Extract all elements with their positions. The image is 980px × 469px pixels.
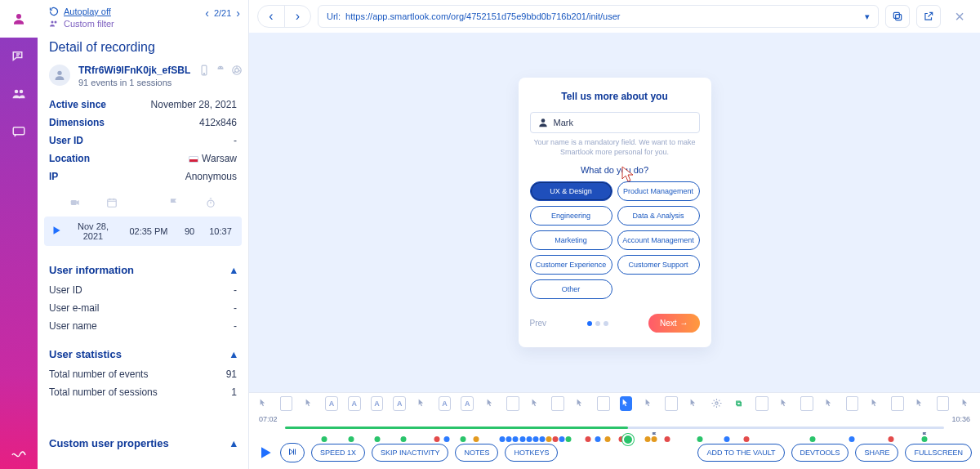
skip-inactivity-button[interactable]: SKIP INACTIVITY (372, 444, 448, 462)
hotkeys-button[interactable]: HOTKEYS (505, 444, 558, 462)
share-button[interactable]: SHARE (855, 444, 898, 462)
skip-next-button[interactable] (280, 443, 305, 462)
event-click-icon[interactable] (959, 396, 972, 411)
event-box-icon[interactable] (755, 396, 768, 411)
section-custom-props[interactable]: Custom user properties▴ (38, 424, 248, 454)
event-click-icon[interactable] (823, 396, 836, 411)
pager: ‹ 2/21 › (205, 7, 240, 20)
event-box-icon[interactable] (551, 396, 564, 411)
svg-point-19 (715, 402, 718, 404)
next-button[interactable]: Next→ (648, 314, 700, 333)
role-option[interactable]: Customer Support (617, 255, 700, 275)
svg-point-6 (57, 71, 61, 75)
progress-dots (587, 321, 608, 326)
user-sub: 91 events in 1 sessions (78, 78, 190, 87)
event-box-icon[interactable] (937, 396, 950, 411)
event-box-icon[interactable] (800, 396, 813, 411)
svg-rect-3 (13, 127, 24, 135)
event-box-icon[interactable] (280, 396, 293, 411)
event-text-icon[interactable]: A (371, 396, 384, 411)
role-option[interactable]: Engineering (530, 206, 612, 226)
event-click-icon[interactable] (483, 396, 497, 411)
svg-point-8 (204, 74, 205, 74)
cursor-icon (621, 166, 635, 182)
rail-chat-icon[interactable] (0, 38, 38, 75)
prev-button[interactable]: Prev (530, 319, 547, 328)
stat-row: Total number of sessions1 (38, 383, 248, 401)
role-option[interactable]: Data & Analysis (617, 206, 700, 226)
devtools-button[interactable]: DEVTOOLS (791, 444, 849, 462)
svg-point-18 (541, 118, 545, 123)
pager-prev[interactable]: ‹ (205, 7, 209, 20)
recording-play-icon[interactable] (51, 225, 62, 238)
role-option[interactable]: Product Management (617, 181, 700, 201)
svg-point-10 (221, 67, 222, 68)
event-click-icon[interactable] (868, 396, 881, 411)
event-box-icon[interactable] (597, 396, 610, 411)
rail-people-icon[interactable] (0, 75, 38, 113)
svg-point-5 (55, 21, 57, 24)
event-click-icon[interactable] (574, 396, 587, 411)
stat-row: Total number of events91 (38, 365, 248, 383)
play-button[interactable] (257, 444, 274, 461)
event-click-icon[interactable] (642, 396, 655, 411)
rec-calendar-icon (106, 197, 118, 212)
close-button[interactable]: × (947, 5, 972, 28)
device-phone-icon (198, 65, 210, 79)
event-box-icon[interactable] (506, 396, 519, 411)
pager-next[interactable]: › (236, 7, 240, 20)
url-dropdown-icon[interactable]: ▾ (865, 11, 870, 22)
svg-point-2 (20, 90, 24, 94)
timeline[interactable]: 07:02 10:36 (249, 413, 980, 438)
svg-rect-16 (896, 15, 902, 20)
rail-user-icon[interactable] (0, 0, 38, 38)
device-chrome-icon (231, 65, 243, 79)
event-click-icon[interactable] (688, 396, 701, 411)
event-text-icon[interactable]: A (393, 396, 406, 411)
event-text-icon[interactable]: A (325, 396, 338, 411)
event-click-icon[interactable] (416, 396, 429, 411)
role-option[interactable]: UX & Design (530, 181, 612, 201)
role-option[interactable]: Other (530, 279, 612, 299)
recording-events: 90 (180, 226, 199, 236)
event-click-icon[interactable] (778, 396, 791, 411)
event-box-icon[interactable] (665, 396, 678, 411)
role-option[interactable]: Marketing (530, 230, 612, 250)
event-box-icon[interactable] (891, 396, 904, 411)
event-click-icon[interactable] (302, 396, 315, 411)
event-click-icon[interactable] (257, 396, 270, 411)
recording-row[interactable]: Nov 28, 2021 02:35 PM 90 10:37 (44, 217, 242, 246)
event-click-icon[interactable] (620, 396, 633, 411)
event-click-icon[interactable] (529, 396, 542, 411)
add-vault-button[interactable]: ADD TO THE VAULT (697, 444, 784, 462)
role-option[interactable]: Account Management (617, 230, 700, 250)
timeline-end: 10:36 (951, 415, 970, 423)
notes-button[interactable]: NOTES (455, 444, 498, 462)
section-user-info[interactable]: User information▴ (38, 251, 248, 281)
section-user-stats[interactable]: User statistics▴ (38, 335, 248, 365)
user-id: TRfr6Wi9IFnK0jk_efSBL (78, 65, 190, 76)
event-text-icon[interactable]: A (461, 396, 474, 411)
event-box-icon[interactable] (846, 396, 859, 411)
rec-flag-icon (168, 197, 180, 212)
rail-message-icon[interactable] (0, 113, 38, 150)
custom-filter-link[interactable]: Custom filter (49, 19, 114, 29)
event-text-icon[interactable]: A (348, 396, 361, 411)
event-settings-icon[interactable] (710, 396, 723, 411)
name-input[interactable]: Mark (530, 112, 700, 133)
nav-forward-button[interactable]: › (284, 6, 310, 27)
card-hint: Your name is a mandatory field. We want … (530, 138, 700, 157)
info-row: Dimensions412x846 (38, 114, 248, 132)
card-title: Tell us more about you (530, 91, 700, 102)
role-option[interactable]: Customer Experience (530, 255, 612, 275)
event-click-icon[interactable] (914, 396, 927, 411)
speed-button[interactable]: SPEED 1X (311, 444, 365, 462)
autoplay-toggle[interactable]: Autoplay off (49, 7, 114, 16)
url-bar[interactable]: Url: https://app.smartlook.com/org/47521… (318, 5, 879, 28)
nav-back-button[interactable]: ‹ (258, 6, 284, 27)
event-link-icon[interactable]: ⧉ (733, 396, 746, 411)
open-external-button[interactable] (916, 5, 941, 28)
event-text-icon[interactable]: A (439, 396, 452, 411)
copy-button[interactable] (885, 5, 910, 28)
fullscreen-button[interactable]: FULLSCREEN (905, 444, 972, 462)
